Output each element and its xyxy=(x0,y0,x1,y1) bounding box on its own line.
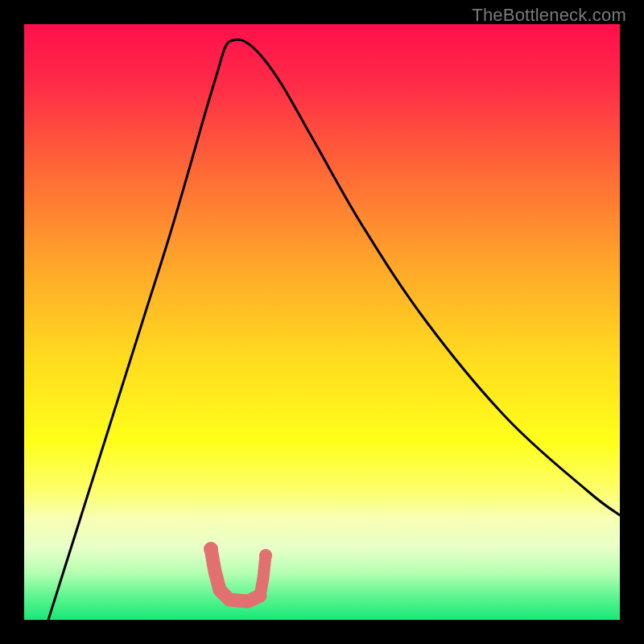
right-deco-dot xyxy=(259,549,272,562)
bottleneck-curve xyxy=(48,39,620,620)
left-deco-stroke xyxy=(211,549,260,601)
bottleneck-curve-svg xyxy=(24,24,620,620)
left-deco-dot xyxy=(204,542,218,556)
pink-decoration-group xyxy=(204,542,272,601)
plot-area xyxy=(24,24,620,620)
watermark-text: TheBottleneck.com xyxy=(472,5,626,26)
